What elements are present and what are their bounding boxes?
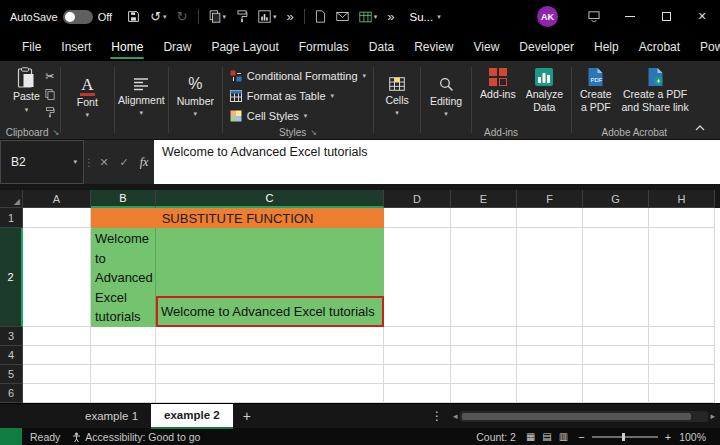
cell-G5[interactable] <box>583 365 649 384</box>
row-header-6[interactable]: 6 <box>0 384 23 403</box>
menu-tab-home[interactable]: Home <box>101 34 153 60</box>
cell-H2[interactable] <box>649 228 715 327</box>
row-header-1[interactable]: 1 <box>0 208 23 228</box>
cell-A3[interactable] <box>23 327 91 346</box>
cell-G4[interactable] <box>583 346 649 365</box>
column-header-G[interactable]: G <box>583 190 649 208</box>
cell-F6[interactable] <box>517 384 583 403</box>
cell-F2[interactable] <box>517 228 583 327</box>
cell-B4[interactable] <box>91 346 156 365</box>
cell-B3[interactable] <box>91 327 156 346</box>
sheet-tab-example-1[interactable]: example 1 <box>72 404 151 429</box>
normal-view-button[interactable]: ▦ <box>526 431 535 442</box>
zoom-slider[interactable] <box>592 436 658 438</box>
menu-tab-acrobat[interactable]: Acrobat <box>629 34 690 60</box>
redo-button[interactable]: ↻ <box>172 8 193 25</box>
cell-B6[interactable] <box>91 384 156 403</box>
cell-H1[interactable] <box>649 208 715 228</box>
analyze-data-button[interactable]: Analyze Data <box>521 63 568 113</box>
styles-dialog-launcher[interactable]: ↘ <box>310 128 317 137</box>
formula-input[interactable]: Welcome to Advanced Excel tutorials <box>154 140 720 184</box>
minimize-button[interactable] <box>612 0 648 33</box>
cell-C2[interactable]: Welcome to Advanced Excel tutorials <box>156 228 384 327</box>
cell-D4[interactable] <box>384 346 451 365</box>
add-sheet-button[interactable]: + <box>233 408 261 424</box>
cell-B5[interactable] <box>91 365 156 384</box>
cell-A2[interactable] <box>23 228 91 327</box>
cell-A6[interactable] <box>23 384 91 403</box>
format-painter-small-button[interactable] <box>45 105 55 120</box>
cell-D1[interactable] <box>384 208 451 228</box>
maximize-button[interactable] <box>648 0 684 33</box>
number-group-button[interactable]: % Number ▾ <box>172 63 219 139</box>
copy-button[interactable]: ▾ <box>204 8 232 25</box>
close-button[interactable]: ✕ <box>684 0 720 33</box>
autosave-toggle[interactable]: AutoSave Off <box>10 10 112 24</box>
cell-styles-button[interactable]: Cell Styles ▾ <box>226 106 370 126</box>
cell-H5[interactable] <box>649 365 715 384</box>
row-header-3[interactable]: 3 <box>0 327 23 346</box>
page-layout-view-button[interactable]: ▤ <box>542 431 551 442</box>
zoom-out-button[interactable]: − <box>578 431 584 443</box>
menu-tab-file[interactable]: File <box>12 34 51 60</box>
cell-E1[interactable] <box>451 208 517 228</box>
cell-G3[interactable] <box>583 327 649 346</box>
formula-bar-drag-handle[interactable]: ⋮ <box>84 140 94 184</box>
undo-button[interactable]: ↺▾ <box>145 8 171 25</box>
ribbon-display-options-button[interactable] <box>576 0 612 33</box>
cell-G6[interactable] <box>583 384 649 403</box>
cell-C4[interactable] <box>156 346 384 365</box>
cell-D6[interactable] <box>384 384 451 403</box>
menu-tab-data[interactable]: Data <box>359 34 404 60</box>
scroll-right-arrow[interactable]: ▸ <box>710 411 715 421</box>
menu-tab-help[interactable]: Help <box>584 34 629 60</box>
column-header-D[interactable]: D <box>384 190 451 208</box>
cell-D5[interactable] <box>384 365 451 384</box>
paste-button[interactable]: Paste ▾ <box>8 63 45 120</box>
cell-D2[interactable] <box>384 228 451 327</box>
cell-B2[interactable]: Welcome to Advanced Excel tutorials <box>91 228 156 327</box>
cell-H3[interactable] <box>649 327 715 346</box>
cell-E4[interactable] <box>451 346 517 365</box>
zoom-level[interactable]: 100% <box>679 431 706 443</box>
autosave-switch[interactable] <box>63 10 93 24</box>
sheet-tab-example-2[interactable]: example 2 <box>151 404 233 429</box>
row-header-5[interactable]: 5 <box>0 365 23 384</box>
account-avatar[interactable]: AK <box>537 6 558 27</box>
save-button[interactable] <box>122 8 145 25</box>
cell-F3[interactable] <box>517 327 583 346</box>
scroll-left-arrow[interactable]: ◂ <box>453 411 458 421</box>
cell-A1[interactable] <box>23 208 91 228</box>
column-header-B[interactable]: B <box>91 190 156 208</box>
cell-C5[interactable] <box>156 365 384 384</box>
alignment-group-button[interactable]: Alignment ▾ <box>118 63 165 139</box>
qat-overflow-button-2[interactable]: » <box>382 8 399 25</box>
cell-C3[interactable] <box>156 327 384 346</box>
new-workbook-button[interactable] <box>310 8 331 25</box>
editing-group-button[interactable]: Editing ▾ <box>424 63 468 139</box>
cell-D3[interactable] <box>384 327 451 346</box>
cell-G2[interactable] <box>583 228 649 327</box>
cell-E3[interactable] <box>451 327 517 346</box>
table-button[interactable]: ▾ <box>354 9 383 25</box>
cells-group-button[interactable]: Cells ▾ <box>377 63 417 139</box>
zoom-in-button[interactable]: + <box>665 431 671 443</box>
cell-F1[interactable] <box>517 208 583 228</box>
format-painter-button[interactable] <box>231 8 253 25</box>
clipboard-dialog-launcher[interactable]: ↘ <box>52 128 59 137</box>
format-as-table-button[interactable]: Format as Table ▾ <box>226 86 370 106</box>
cancel-button[interactable]: ✕ <box>94 140 114 184</box>
row-header-2[interactable]: 2 <box>0 228 23 327</box>
menu-tab-formulas[interactable]: Formulas <box>289 34 359 60</box>
cell-H4[interactable] <box>649 346 715 365</box>
cell-F5[interactable] <box>517 365 583 384</box>
cut-button[interactable]: ✂ <box>45 69 55 84</box>
scrollbar-track[interactable] <box>460 411 709 422</box>
cell-F4[interactable] <box>517 346 583 365</box>
qat-overflow-button[interactable]: » <box>282 8 299 25</box>
page-break-view-button[interactable]: ▥ <box>559 431 568 442</box>
scrollbar-thumb[interactable] <box>462 413 691 420</box>
name-box[interactable]: B2 ▾ <box>0 140 84 184</box>
document-title[interactable]: Su... ▾ <box>410 11 441 23</box>
insert-function-button[interactable]: fx <box>134 140 154 184</box>
